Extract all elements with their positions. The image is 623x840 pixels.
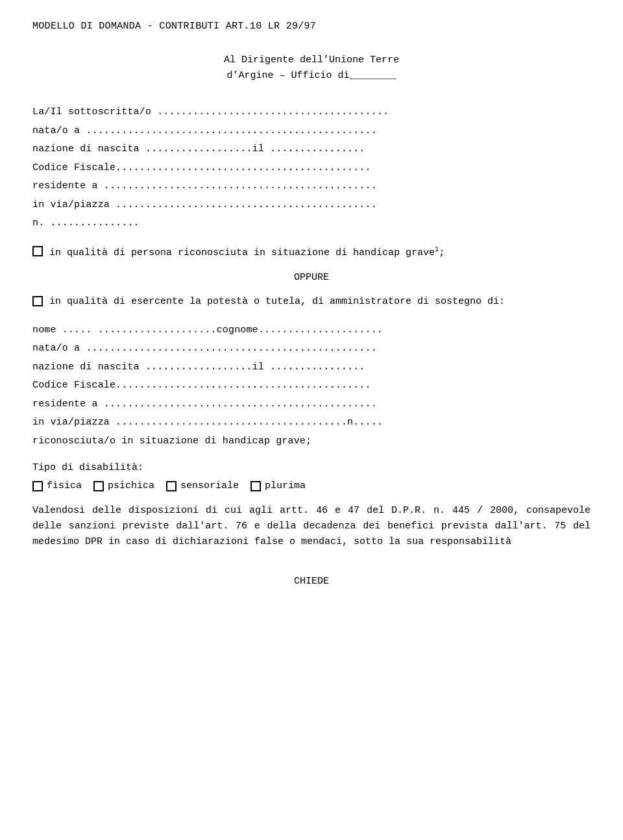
- disability-option-plurima: plurima: [250, 480, 306, 491]
- field2-nome-cognome: nome ..... ....................cognome..…: [32, 321, 591, 340]
- disability-label-fisica: fisica: [47, 480, 82, 491]
- disability-option-fisica: fisica: [32, 480, 82, 491]
- checkbox-fisica[interactable]: [32, 481, 43, 491]
- field-n: n. ...............: [32, 214, 591, 233]
- field2-nazione: nazione di nascita ..................il …: [32, 358, 591, 377]
- disability-label-sensoriale: sensoriale: [180, 480, 239, 491]
- field2-riconosciuta: riconosciuta/o in situazione di handicap…: [32, 432, 591, 451]
- valendosi-text: Valendosi delle disposizioni di cui agli…: [32, 505, 591, 547]
- disability-label-plurima: plurima: [265, 480, 306, 491]
- field2-via-piazza-n: in via/piazza ..........................…: [32, 414, 591, 432]
- checkbox-sensoriale[interactable]: [166, 481, 177, 491]
- page-title: MODELLO DI DOMANDA - CONTRIBUTI ART.10 L…: [32, 19, 591, 33]
- tipo-disabilita-label: Tipo di disabilità:: [32, 462, 591, 473]
- disability-option-psichica: psichica: [93, 480, 154, 491]
- disability-label-psichica: psichica: [108, 480, 154, 491]
- field-via-piazza: in via/piazza ..........................…: [32, 196, 591, 215]
- checkbox-plurima[interactable]: [250, 481, 261, 491]
- checkbox-handicap-grave[interactable]: [32, 246, 43, 256]
- field-nata-a: nata/o a ...............................…: [32, 122, 591, 141]
- disability-options-row: fisica psichica sensoriale plurima: [32, 480, 591, 491]
- fields-section-1: La/Il sottoscritta/o ...................…: [32, 103, 591, 233]
- address-line2: d’Argine – Ufficio di________: [32, 68, 591, 84]
- checkbox-row-1: in qualità di persona riconosciuta in si…: [32, 245, 591, 261]
- checkbox-psichica[interactable]: [93, 481, 104, 491]
- address-block: Al Dirigente dell’Unione Terre d’Argine …: [32, 53, 591, 84]
- oppure-label: OPPURE: [32, 272, 591, 283]
- checkbox-section-1: in qualità di persona riconosciuta in si…: [32, 245, 591, 261]
- checkbox-tutela[interactable]: [32, 296, 43, 306]
- checkbox-tutela-label: in qualità di esercente la potestà o tut…: [49, 295, 591, 310]
- fields-section-2: nome ..... ....................cognome..…: [32, 321, 591, 451]
- field-codice-fiscale: Codice Fiscale..........................…: [32, 159, 591, 178]
- disability-option-sensoriale: sensoriale: [166, 480, 239, 491]
- field2-residente-a: residente a ............................…: [32, 395, 591, 414]
- address-line1: Al Dirigente dell’Unione Terre: [32, 53, 591, 68]
- checkbox-section-2: in qualità di esercente la potestà o tut…: [32, 295, 591, 310]
- field-sottoscritta: La/Il sottoscritta/o ...................…: [32, 103, 591, 122]
- valendosi-section: Valendosi delle disposizioni di cui agli…: [32, 503, 591, 550]
- chiede-label: CHIEDE: [32, 576, 591, 587]
- field-residente-a: residente a ............................…: [32, 177, 591, 196]
- field2-nata-a: nata/o a ...............................…: [32, 340, 591, 358]
- field-nazione: nazione di nascita ..................il …: [32, 140, 591, 159]
- page-container: MODELLO DI DOMANDA - CONTRIBUTI ART.10 L…: [32, 19, 591, 587]
- checkbox-row-2: in qualità di esercente la potestà o tut…: [32, 295, 591, 310]
- checkbox-handicap-grave-label: in qualità di persona riconosciuta in si…: [49, 245, 591, 261]
- field2-codice-fiscale: Codice Fiscale..........................…: [32, 377, 591, 395]
